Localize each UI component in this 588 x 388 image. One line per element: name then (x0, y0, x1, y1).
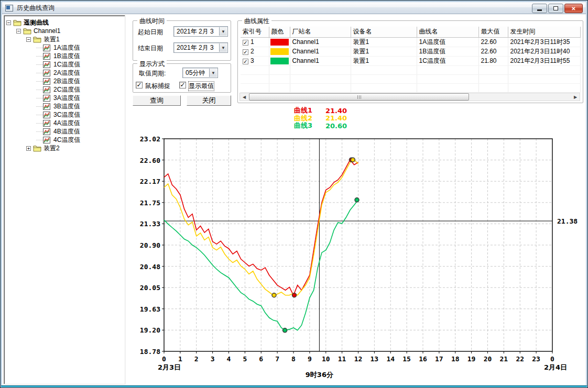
end-date-value: 2021年 2月 3 (177, 43, 214, 52)
tree-item-label[interactable]: 遥测曲线 (24, 18, 49, 27)
start-date-combo[interactable]: 2021年 2月 3 ▼ (173, 26, 228, 37)
tree-item-label[interactable]: 2B温度值 (53, 77, 80, 86)
chevron-down-icon[interactable]: ▼ (219, 43, 227, 52)
crosshair-value-label: 21.38 (557, 217, 578, 225)
tree-item-3C温度值[interactable]: 3C温度值 (4, 110, 125, 119)
curve-cell: 1A温度值 (417, 37, 478, 47)
col-station[interactable]: 厂站名 (290, 27, 351, 37)
curve-icon (43, 128, 51, 135)
col-index[interactable]: 索引号 (241, 27, 269, 37)
show-extremes-label[interactable]: 显示最值 (189, 82, 214, 91)
tree-item-label[interactable]: 1C温度值 (53, 60, 80, 69)
show-extremes-checkbox[interactable]: ✓ (179, 82, 186, 88)
tree-item-装置1[interactable]: −装置1 (4, 35, 125, 43)
minimize-button[interactable] (532, 4, 547, 13)
tree-item-2B温度值[interactable]: 2B温度值 (4, 77, 125, 85)
min-marker-3 (283, 328, 287, 332)
x-tick-label: 13 (371, 355, 379, 363)
tree-item-label[interactable]: 2A温度值 (53, 69, 80, 77)
tree-item-4C温度值[interactable]: 4C温度值 (4, 136, 125, 144)
tree-item-label[interactable]: 3A温度值 (53, 94, 80, 103)
tree-item-label[interactable]: 装置2 (43, 144, 60, 153)
y-tick-label: 20.48 (140, 263, 160, 271)
col-curve[interactable]: 曲线名 (417, 27, 478, 37)
curve-props-group-title: 曲线属性 (242, 17, 271, 26)
y-tick-label: 21.33 (140, 220, 160, 228)
collapse-icon[interactable]: − (26, 37, 31, 42)
tree-item-3B温度值[interactable]: 3B温度值 (4, 102, 125, 110)
table-hscrollbar[interactable]: ◀ ▶ (239, 93, 580, 101)
x-tick-label: 9 (308, 355, 312, 363)
row-checkbox[interactable]: ✓ (243, 40, 248, 46)
scroll-left-icon[interactable]: ◀ (240, 93, 248, 101)
col-color[interactable]: 颜色 (269, 27, 290, 37)
curve-icon (43, 61, 51, 68)
titlebar[interactable]: 历史曲线查询 ✕ (2, 2, 586, 14)
trend-chart[interactable]: 23.0222.6022.1721.7521.3320.9020.4820.05… (129, 104, 588, 387)
tree-item-2C温度值[interactable]: 2C温度值 (4, 85, 125, 94)
max-marker-2 (351, 158, 355, 162)
mouse-capture-checkbox[interactable]: ✓ (136, 82, 143, 88)
scroll-right-icon[interactable]: ▶ (571, 93, 580, 101)
x-tick-label: 0 (162, 355, 166, 363)
crosshair-time-label: 9时36分 (306, 371, 334, 379)
table-row-empty (241, 74, 580, 83)
tree-item-1C温度值[interactable]: 1C温度值 (4, 60, 125, 69)
max-cell: 21.80 (478, 56, 508, 65)
tree-connector (36, 140, 43, 140)
scrollbar-thumb[interactable] (249, 93, 469, 101)
y-tick-label: 20.90 (140, 241, 160, 249)
tree-item-label[interactable]: 1B温度值 (53, 52, 80, 61)
tree-item-Channel1[interactable]: −Channel1 (4, 27, 125, 35)
y-tick-label: 22.17 (140, 178, 160, 185)
tree-item-label[interactable]: 3B温度值 (53, 102, 80, 111)
curve-time-group-title: 曲线时间 (137, 17, 167, 26)
start-date-label: 起始日期 (138, 28, 163, 37)
chevron-down-icon[interactable]: ▼ (209, 69, 217, 77)
station-cell: Channel1 (290, 47, 351, 56)
tree-item-label[interactable]: 装置1 (43, 35, 60, 44)
tree-item-label[interactable]: 1A温度值 (53, 43, 80, 52)
tree-item-label[interactable]: 4B温度值 (53, 127, 80, 136)
row-checkbox[interactable]: ✓ (243, 49, 248, 55)
col-device[interactable]: 设备名 (351, 27, 417, 37)
tree-item-4A温度值[interactable]: 4A温度值 (4, 119, 125, 127)
table-row: ✓3 Channel1 装置1 1C温度值 21.80 2021年2月3日11时… (241, 56, 580, 65)
x-tick-label: 17 (435, 355, 443, 363)
curve-icon (43, 45, 51, 51)
x-tick-label: 18 (451, 355, 460, 363)
tree-item-label[interactable]: 4A温度值 (53, 119, 80, 128)
collapse-icon[interactable]: − (6, 20, 11, 25)
tree-item-label[interactable]: 3C温度值 (53, 110, 80, 119)
x-tick-label: 0 (550, 355, 554, 363)
tree-item-3A温度值[interactable]: 3A温度值 (4, 94, 125, 102)
tree-item-label[interactable]: 4C温度值 (53, 136, 80, 145)
tree-item-2A温度值[interactable]: 2A温度值 (4, 69, 125, 77)
row-checkbox[interactable]: ✓ (243, 59, 248, 64)
tree-item-4B温度值[interactable]: 4B温度值 (4, 127, 125, 136)
mouse-capture-label[interactable]: 鼠标捕捉 (145, 82, 170, 91)
collapse-icon[interactable]: − (16, 29, 21, 34)
period-combo[interactable]: 05分钟 ▼ (182, 68, 218, 78)
curve-tree-panel[interactable]: −遥测曲线−Channel1−装置11A温度值1B温度值1C温度值2A温度值2B… (4, 15, 125, 384)
tree-item-1A温度值[interactable]: 1A温度值 (4, 43, 125, 52)
table-row: ✓1 Channel1 装置1 1A温度值 22.60 2021年2月3日11时… (241, 37, 580, 47)
col-time[interactable]: 发生时间 (508, 27, 580, 37)
y-tick-label: 21.75 (140, 199, 160, 207)
tree-item-1B温度值[interactable]: 1B温度值 (4, 52, 125, 60)
tree-item-label[interactable]: Channel1 (34, 27, 60, 35)
tree-connector (36, 90, 43, 90)
expand-icon[interactable]: + (26, 146, 31, 151)
close-button[interactable]: ✕ (564, 4, 583, 13)
x-tick-label: 1 (178, 355, 182, 363)
col-max[interactable]: 最大值 (478, 27, 508, 37)
tree-item-装置2[interactable]: +装置2 (4, 144, 125, 152)
history-curve-window: 历史曲线查询 ✕ −遥测曲线−Channel1−装置11A温度值1B温度值1C温… (0, 0, 588, 388)
tree-connector (36, 56, 43, 57)
tree-item-遥测曲线[interactable]: −遥测曲线 (4, 18, 125, 27)
chevron-down-icon[interactable]: ▼ (219, 27, 227, 36)
end-date-combo[interactable]: 2021年 2月 3 ▼ (173, 42, 228, 53)
curve-props-table: 索引号 颜色 厂站名 设备名 曲线名 最大值 发生时间 ✓1 Channel1 … (241, 27, 581, 93)
tree-item-label[interactable]: 2C温度值 (53, 85, 80, 94)
restore-button[interactable] (548, 4, 563, 13)
